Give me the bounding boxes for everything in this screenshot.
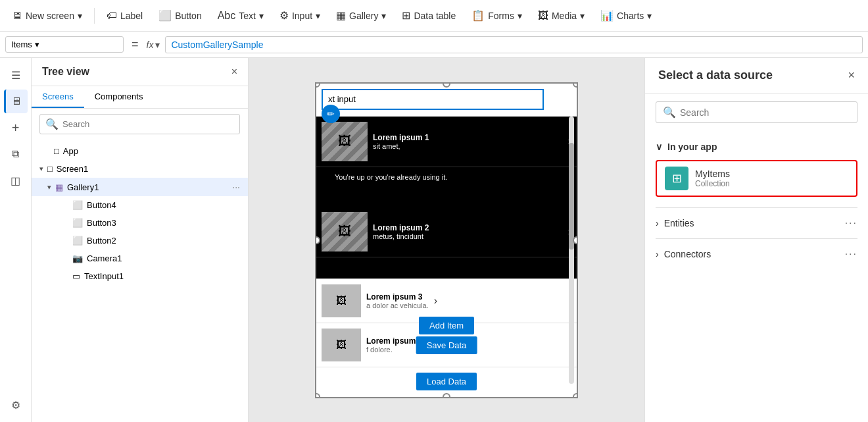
list-item[interactable]: ⬜ Button2 xyxy=(32,232,248,250)
screens-icon: 🖥 xyxy=(11,95,22,107)
tab-screens[interactable]: Screens xyxy=(32,86,84,108)
canvas-list-thumb-3 xyxy=(322,284,361,317)
gallery-button[interactable]: ▦ Gallery ▾ xyxy=(329,7,393,24)
app-icon: □ xyxy=(54,146,59,156)
datasource-panel: Select a data source × 🔍 ∨ In your app ⊞… xyxy=(644,58,868,422)
canvas-list-text-4: Lorem ipsum 4 f dolore. xyxy=(366,336,422,354)
canvas-list-title-3: Lorem ipsum 3 xyxy=(366,292,429,302)
new-screen-button[interactable]: 🖥 New screen ▾ xyxy=(5,7,89,24)
entities-chevron-right-icon: › xyxy=(656,218,659,228)
forms-icon: 📋 xyxy=(471,9,485,22)
canvas-list-desc-4: f dolore. xyxy=(366,346,422,354)
label-label: Label xyxy=(120,11,143,21)
tree-tabs: Screens Components xyxy=(32,86,248,109)
text-button[interactable]: Abc Text ▾ xyxy=(211,7,270,24)
list-item[interactable]: ⬜ Button3 xyxy=(32,214,248,232)
input-button[interactable]: ⚙ Input ▾ xyxy=(273,7,327,24)
add-item-button[interactable]: Add Item xyxy=(419,317,474,334)
formula-equals: = xyxy=(129,38,141,51)
forms-label: Forms xyxy=(488,11,514,21)
gallery-thumb-1 xyxy=(322,122,368,161)
divider-1 xyxy=(656,207,857,208)
list-item[interactable]: 📷 Camera1 xyxy=(32,250,248,267)
gallery-title-1: Lorem ipsum 1 xyxy=(373,133,563,142)
media-button[interactable]: 🖼 Media ▾ xyxy=(531,7,591,24)
myitems-name: MyItems xyxy=(695,169,730,179)
tree-item-gallery1-label: Gallery1 xyxy=(67,182,228,192)
layers-button[interactable]: ⧉ xyxy=(4,142,28,166)
formula-fx-chevron-icon: ▾ xyxy=(155,40,160,50)
components-button[interactable]: ◫ xyxy=(4,169,28,192)
gallery1-more-icon[interactable]: ··· xyxy=(232,182,240,192)
button-button[interactable]: ⬜ Button xyxy=(152,7,208,24)
icons-panel: ☰ 🖥 + ⧉ ◫ ⚙ xyxy=(0,58,32,422)
gallery-label: Gallery xyxy=(349,11,378,21)
tree-search-input[interactable] xyxy=(62,119,234,129)
overlay-message: You're up or you're already using it. xyxy=(329,169,564,185)
formula-bar: Items ▾ = fx ▾ xyxy=(0,32,868,58)
button4-icon: ⬜ xyxy=(72,200,83,210)
tools-button[interactable]: ⚙ xyxy=(4,393,28,417)
handle-top[interactable] xyxy=(443,82,450,88)
edit-overlay-icon[interactable]: ✏ xyxy=(322,105,340,123)
tab-components[interactable]: Components xyxy=(84,86,154,108)
list-item[interactable]: ⬜ Button4 xyxy=(32,196,248,214)
in-your-app-header[interactable]: ∨ In your app xyxy=(656,136,857,157)
gallery-thumb-img-1 xyxy=(322,122,368,161)
entities-row[interactable]: › Entities ··· xyxy=(645,211,868,236)
screen1-icon: □ xyxy=(47,164,53,174)
handle-bottom-right[interactable] xyxy=(573,393,578,398)
connectors-chevron-right-icon: › xyxy=(656,249,659,259)
add-button[interactable]: + xyxy=(4,116,28,140)
pencil-icon: ✏ xyxy=(327,109,335,119)
list-item[interactable]: ▭ TextInput1 xyxy=(32,267,248,285)
datasource-title: Select a data source xyxy=(658,68,773,82)
list-item[interactable]: ▾ ▦ Gallery1 ··· xyxy=(32,178,248,196)
formula-fx: fx ▾ xyxy=(147,40,160,50)
charts-button[interactable]: 📊 Charts ▾ xyxy=(594,7,658,24)
canvas-textinput-label: xt input xyxy=(328,94,356,104)
components-icon: ◫ xyxy=(11,174,20,187)
list-item[interactable]: □ App xyxy=(32,142,248,160)
gallery-icon: ▦ xyxy=(336,9,346,22)
screens-button[interactable]: 🖥 xyxy=(4,90,28,113)
forms-button[interactable]: 📋 Forms ▾ xyxy=(465,7,529,24)
handle-top-left[interactable] xyxy=(315,82,320,88)
tree-close-button[interactable]: × xyxy=(231,66,237,78)
gallery-item-1[interactable]: Lorem ipsum 1 sit amet, › xyxy=(316,117,577,167)
datatable-button[interactable]: ⊞ Data table xyxy=(395,7,462,24)
screen1-chevron-icon: ▾ xyxy=(39,165,43,173)
canvas-scrollbar[interactable] xyxy=(569,117,574,384)
handle-right[interactable] xyxy=(573,236,578,244)
formula-input[interactable] xyxy=(165,36,863,53)
handle-bottom[interactable] xyxy=(443,393,450,398)
canvas-textinput[interactable]: xt input xyxy=(322,89,544,110)
entities-label: Entities xyxy=(664,218,694,228)
text-icon: Abc xyxy=(218,10,236,22)
save-data-button[interactable]: Save Data xyxy=(416,336,477,354)
datasource-search-icon: 🔍 xyxy=(663,106,676,119)
entities-more-icon[interactable]: ··· xyxy=(845,217,857,229)
canvas-list-thumb-4 xyxy=(322,329,361,361)
hamburger-button[interactable]: ☰ xyxy=(4,63,28,87)
connectors-row[interactable]: › Connectors ··· xyxy=(645,242,868,267)
media-icon: 🖼 xyxy=(538,10,548,22)
canvas-list-text-3: Lorem ipsum 3 a dolor ac vehicula. xyxy=(366,292,429,309)
input-icon: ⚙ xyxy=(279,9,289,22)
datasource-search-input[interactable] xyxy=(680,107,850,118)
connectors-more-icon[interactable]: ··· xyxy=(845,248,857,260)
tree-item-button4-label: Button4 xyxy=(87,200,240,210)
myitems-item[interactable]: ⊞ MyItems Collection xyxy=(656,160,857,197)
tree-title: Tree view xyxy=(42,66,89,78)
text-chevron-icon: ▾ xyxy=(259,11,264,21)
new-screen-label: New screen xyxy=(26,11,74,21)
gallery-item-2[interactable]: Lorem ipsum 2 metus, tincidunt › xyxy=(316,207,577,257)
load-data-button[interactable]: Load Data xyxy=(416,373,477,390)
label-button[interactable]: 🏷 Label xyxy=(100,7,149,24)
formula-property-dropdown[interactable]: Items ▾ xyxy=(5,36,124,53)
charts-icon: 📊 xyxy=(600,9,614,22)
list-item[interactable]: ▾ □ Screen1 xyxy=(32,160,248,178)
datasource-close-button[interactable]: × xyxy=(848,68,855,82)
button2-icon: ⬜ xyxy=(72,236,83,246)
handle-top-right[interactable] xyxy=(573,82,578,88)
